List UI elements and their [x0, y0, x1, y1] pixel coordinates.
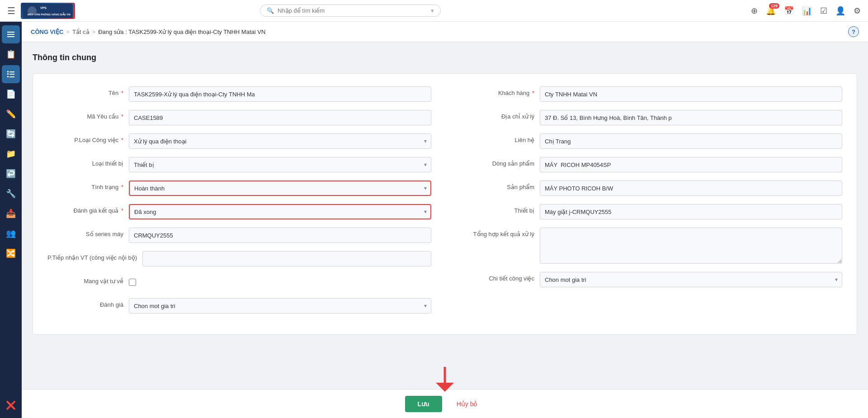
chart-icon[interactable]: 📊 — [802, 6, 812, 16]
khachhang-input[interactable] — [540, 86, 842, 102]
notification-icon[interactable]: 🔔 129 — [766, 6, 776, 16]
svg-text:VPS: VPS — [40, 6, 47, 10]
form-group-sanpham: Sản phẩm — [458, 180, 842, 196]
ptiepnhan-label: P.Tiếp nhận VT (công việc nội bộ) — [47, 251, 142, 261]
sidebar-item-inbox[interactable]: 📥 — [2, 204, 20, 223]
svg-rect-5 — [7, 34, 14, 35]
sidebar-item-return[interactable]: ↩️ — [2, 165, 20, 183]
sidebar-item-close[interactable]: ❌ — [2, 396, 20, 414]
form-group-tonghop: Tổng hợp kết quả xử lý — [458, 228, 842, 264]
svg-rect-4 — [7, 32, 14, 33]
search-input[interactable] — [278, 7, 427, 14]
tonghop-textarea[interactable] — [540, 228, 842, 264]
loaitb-select-wrapper: Thiết bị — [129, 157, 431, 172]
breadcrumb: CÔNG VIỆC > Tất cả > Đang sửa : TASK2599… — [31, 28, 265, 35]
sidebar-item-tasks[interactable]: 📋 — [2, 45, 20, 63]
breadcrumb-all[interactable]: Tất cả — [72, 28, 90, 35]
svg-rect-12 — [9, 76, 14, 77]
mangvattu-checkbox[interactable] — [129, 279, 136, 286]
sidebar-item-routes[interactable]: 🔀 — [2, 244, 20, 262]
mayc-label: Mã Yêu cầu * — [47, 110, 129, 120]
page-content: Thông tin chung Tên * — [22, 42, 868, 389]
danhgia2-select[interactable]: Chon mot gia tri — [129, 298, 431, 314]
notification-badge: 129 — [769, 3, 779, 9]
save-button[interactable]: Lưu — [405, 396, 442, 412]
sanpham-label: Sản phẩm — [458, 180, 540, 190]
danhgia-label: Đánh giá kết quả * — [47, 204, 129, 214]
soseries-input[interactable] — [129, 228, 431, 243]
form-group-ploai: P.Loại Công việc * Xử lý qua điện thoại — [47, 133, 431, 149]
dropdown-icon: ▾ — [431, 7, 434, 14]
sidebar-item-edit[interactable]: ✏️ — [2, 105, 20, 123]
sidebar-item-document[interactable]: 📄 — [2, 85, 20, 103]
form-group-mangvattu: Mang vật tư về — [47, 275, 431, 290]
form-group-ptiepnhan: P.Tiếp nhận VT (công việc nội bộ) — [47, 251, 431, 266]
tinhtrang-label: Tình trạng * — [47, 180, 129, 190]
sidebar: 📋 📄 ✏️ 🔄 📁 ↩️ 🔧 📥 👥 🔀 ❌ — [0, 22, 22, 418]
danhgia2-select-wrapper: Chon mot gia tri — [129, 298, 431, 314]
loaitb-select[interactable]: Thiết bị — [129, 157, 431, 172]
content-area: CÔNG VIỆC > Tất cả > Đang sửa : TASK2599… — [22, 22, 868, 418]
sidebar-item-process[interactable]: 🔄 — [2, 125, 20, 143]
user-icon[interactable]: 👤 — [835, 6, 845, 16]
breadcrumb-section: CÔNG VIỆC — [31, 28, 63, 35]
form-group-lienhe: Liên hệ — [458, 133, 842, 149]
svg-rect-11 — [7, 76, 9, 77]
form-group-diachi: Địa chỉ xử lý — [458, 110, 842, 125]
svg-rect-8 — [9, 71, 14, 72]
khachhang-label: Khách hàng * — [458, 86, 540, 96]
danhgia-select[interactable]: Đã xong — [129, 204, 431, 219]
hamburger-icon[interactable]: ☰ — [7, 5, 15, 16]
ten-input[interactable] — [129, 86, 431, 102]
tinhtrang-select-wrapper: Hoàn thành — [129, 180, 431, 196]
thietbi-label: Thiết bị — [458, 204, 540, 214]
diachi-input[interactable] — [540, 110, 842, 125]
search-bar[interactable]: 🔍 ▾ — [260, 5, 441, 17]
svg-rect-7 — [7, 71, 9, 72]
chitiet-select-wrapper: Chon mot gia tri — [540, 272, 842, 287]
mayc-input[interactable] — [129, 110, 431, 125]
form-group-chitiet: Chi tiết công việc Chon mot gia tri — [458, 272, 842, 287]
add-icon[interactable]: ⊕ — [751, 6, 758, 16]
loaitb-label: Loại thiết bị — [47, 157, 129, 167]
chitiet-select[interactable]: Chon mot gia tri — [540, 272, 842, 287]
sanpham-input[interactable] — [540, 180, 842, 196]
dongsp-input[interactable] — [540, 157, 842, 172]
search-icon: 🔍 — [267, 7, 274, 14]
sidebar-item-tools[interactable]: 🔧 — [2, 185, 20, 203]
breadcrumb-bar: CÔNG VIỆC > Tất cả > Đang sửa : TASK2599… — [22, 22, 868, 42]
form-group-danhgia: Đánh giá kết quả * Đã xong — [47, 204, 431, 219]
lienhe-input[interactable] — [540, 133, 842, 149]
sidebar-item-folder[interactable]: 📁 — [2, 145, 20, 163]
ploai-select[interactable]: Xử lý qua điện thoại — [129, 133, 431, 149]
form-group-loaitb: Loại thiết bị Thiết bị — [47, 157, 431, 172]
form-row: Tên * Mã Yêu cầu * — [47, 86, 842, 322]
help-icon[interactable]: ? — [848, 26, 859, 37]
page-title: Thông tin chung — [33, 53, 857, 62]
svg-rect-6 — [7, 36, 14, 37]
bottom-bar: Lưu Hủy bỏ — [22, 389, 868, 418]
breadcrumb-sep1: > — [66, 28, 70, 35]
form-group-dongsp: Dòng sản phẩm — [458, 157, 842, 172]
thietbi-input[interactable] — [540, 204, 842, 219]
top-navbar: ☰ VPS MÁY VĂN PHÒNG HÀNG ĐẦU VN 🔍 ▾ ⊕ 🔔 … — [0, 0, 868, 22]
sidebar-item-list[interactable] — [2, 65, 20, 83]
tinhtrang-select[interactable]: Hoàn thành — [129, 180, 431, 196]
form-group-khachhang: Khách hàng * — [458, 86, 842, 102]
cancel-button[interactable]: Hủy bỏ — [449, 396, 485, 412]
ploai-label: P.Loại Công việc * — [47, 133, 129, 143]
form-group-ten: Tên * — [47, 86, 431, 102]
form-group-soseries: Số series máy — [47, 228, 431, 243]
ptiepnhan-input[interactable] — [142, 251, 431, 266]
settings-icon[interactable]: ⚙ — [854, 6, 861, 16]
mangvattu-label: Mang vật tư về — [47, 275, 129, 285]
ploai-select-wrapper: Xử lý qua điện thoại — [129, 133, 431, 149]
logo-image: VPS MÁY VĂN PHÒNG HÀNG ĐẦU VN — [21, 3, 75, 19]
danhgia2-label: Đánh giá — [47, 298, 129, 308]
form-right-col: Khách hàng * Địa chỉ xử lý Liên hệ — [458, 86, 842, 322]
calendar-icon[interactable]: 📅 — [784, 6, 794, 16]
sidebar-item-home[interactable] — [2, 25, 20, 43]
checkbox-icon[interactable]: ☑ — [820, 6, 827, 16]
form-group-tinhtrang: Tình trạng * Hoàn thành — [47, 180, 431, 196]
sidebar-item-team[interactable]: 👥 — [2, 224, 20, 242]
